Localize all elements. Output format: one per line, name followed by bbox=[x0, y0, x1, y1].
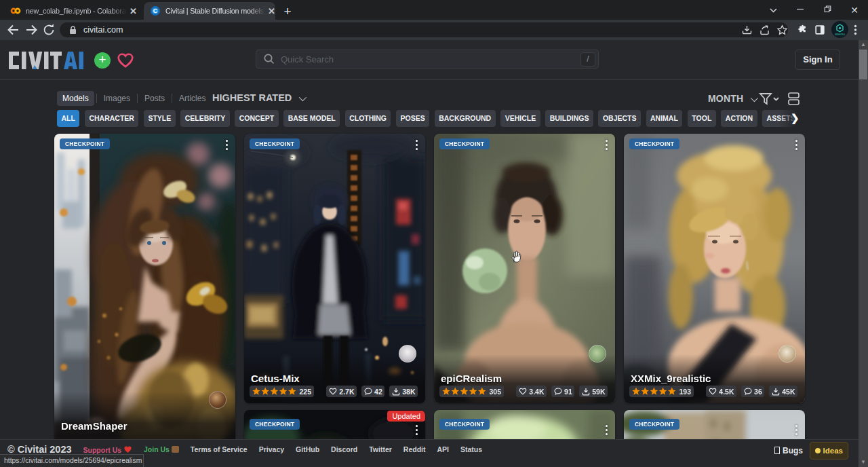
svg-text:MINHONG: MINHONG bbox=[835, 33, 845, 36]
svg-text:C: C bbox=[153, 7, 158, 14]
